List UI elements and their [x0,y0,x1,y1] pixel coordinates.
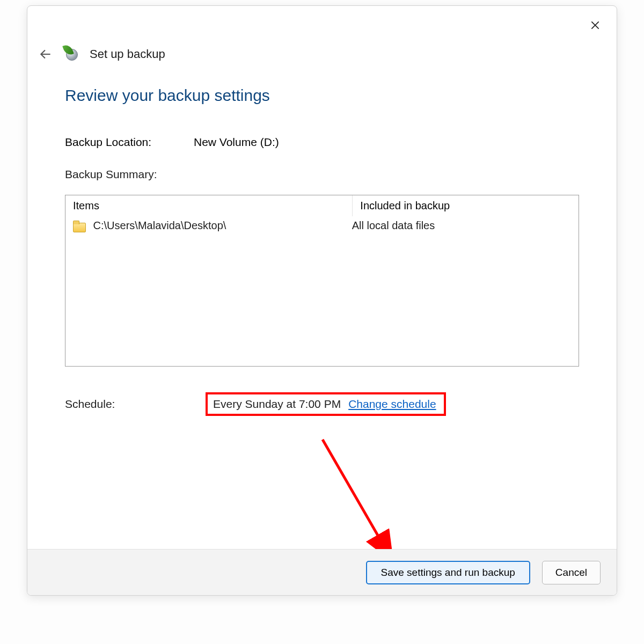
column-header-included[interactable]: Included in backup [353,195,579,216]
table-header: Items Included in backup [65,195,579,216]
schedule-value: Every Sunday at 7:00 PM [213,398,341,411]
row-item-included: All local data files [352,219,571,232]
wizard-content: Review your backup settings Backup Locat… [65,86,579,544]
wizard-header: Set up backup [36,45,608,64]
backup-location-row: Backup Location: New Volume (D:) [65,136,579,149]
wizard-footer: Save settings and run backup Cancel [27,549,617,595]
save-and-run-button[interactable]: Save settings and run backup [366,561,530,584]
backup-location-value: New Volume (D:) [194,136,279,149]
backup-summary-label: Backup Summary: [65,168,579,181]
close-icon [590,20,601,31]
change-schedule-link[interactable]: Change schedule [348,398,436,411]
back-arrow-icon [39,47,53,61]
cancel-button[interactable]: Cancel [542,561,601,584]
column-header-items[interactable]: Items [65,195,353,216]
schedule-row: Schedule: Every Sunday at 7:00 PM Change… [65,392,579,416]
backup-wizard-window: Set up backup Review your backup setting… [27,5,617,596]
schedule-label: Schedule: [65,398,206,411]
page-heading: Review your backup settings [65,86,579,105]
folder-icon [73,222,85,231]
table-row[interactable]: C:\Users\Malavida\Desktop\ All local dat… [65,216,579,235]
close-button[interactable] [584,14,606,36]
back-button[interactable] [36,45,55,64]
schedule-highlight-annotation: Every Sunday at 7:00 PM Change schedule [206,392,446,416]
row-item-path-cell: C:\Users\Malavida\Desktop\ [73,219,352,232]
backup-wizard-icon [65,47,80,62]
backup-summary-table: Items Included in backup C:\Users\Malavi… [65,195,579,367]
row-item-path: C:\Users\Malavida\Desktop\ [93,219,226,231]
backup-location-label: Backup Location: [65,136,194,149]
wizard-title: Set up backup [90,47,165,61]
